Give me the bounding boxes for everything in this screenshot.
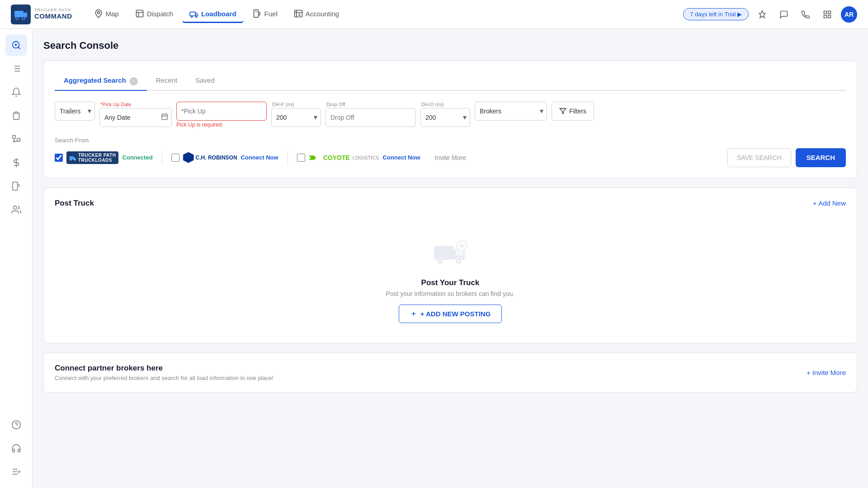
pickup-field-group: Pick Up is required	[176, 102, 267, 128]
svg-marker-47	[309, 155, 316, 160]
broker-truckloads: TRUCKER PATHTRUCKLOADS Connected	[55, 151, 153, 164]
tab-saved[interactable]: Saved	[186, 72, 224, 91]
svg-rect-13	[828, 11, 831, 14]
search-from-label: Search From	[55, 137, 846, 144]
svg-point-4	[97, 12, 99, 14]
post-truck-header: Post Truck + Add New	[55, 199, 846, 208]
filters-button[interactable]: Filters	[552, 102, 594, 121]
chrobinson-status[interactable]: Connect Now	[241, 154, 278, 161]
save-search-button[interactable]: SAVE SEARCH	[727, 148, 791, 167]
clipboard-icon	[11, 111, 21, 121]
svg-point-7	[191, 16, 192, 17]
dhd-select[interactable]: 50100150200250300	[420, 108, 470, 127]
phone-icon-btn[interactable]	[797, 6, 814, 23]
svg-point-45	[70, 159, 71, 160]
svg-rect-27	[12, 136, 15, 138]
sidebar-item-bell[interactable]	[5, 81, 27, 103]
dhp-select[interactable]: 50100150200250300	[271, 108, 321, 127]
info-icon[interactable]: i	[130, 77, 138, 85]
sidebar-item-clipboard[interactable]	[5, 105, 27, 127]
pickup-date-input[interactable]	[99, 108, 172, 127]
dollar-icon	[11, 158, 21, 168]
pickup-input[interactable]	[176, 102, 267, 121]
nav-map[interactable]: Map	[87, 5, 126, 23]
brokers-field-group: BrokersAllConnected Only ▾	[475, 102, 547, 121]
nav-links: Map Dispatch Loadboard Fuel Accounting	[87, 5, 680, 23]
dhp-field-group: DH-P (mi) 50100150200250300 ▾	[271, 102, 321, 127]
svg-rect-6	[190, 12, 196, 16]
grid-icon-btn[interactable]	[819, 6, 835, 23]
sidebar-item-list[interactable]	[5, 58, 27, 80]
truck-empty-icon	[432, 235, 468, 271]
add-new-button[interactable]: + Add New	[813, 199, 846, 207]
connect-brokers-title-area: Connect partner brokers here Connect wit…	[55, 364, 274, 381]
chart-icon	[11, 134, 21, 144]
nav-dispatch[interactable]: Dispatch	[128, 5, 180, 23]
sidebar-item-chart[interactable]	[5, 128, 27, 150]
pin-icon-btn[interactable]	[754, 6, 770, 23]
pickup-error-msg: Pick Up is required	[176, 122, 267, 128]
sidebar-item-dollar[interactable]	[5, 152, 27, 174]
separator-1	[162, 151, 162, 164]
invite-more-btn[interactable]: Invite More	[435, 154, 466, 161]
chat-icon-btn[interactable]	[776, 6, 792, 23]
map-icon	[94, 9, 103, 18]
brokers-select[interactable]: BrokersAllConnected Only	[475, 102, 547, 121]
nav-accounting[interactable]: Accounting	[287, 5, 346, 23]
svg-rect-32	[12, 182, 17, 190]
trial-badge[interactable]: 7 days left in Trial ▶	[683, 8, 749, 20]
nav-fuel[interactable]: Fuel	[245, 5, 285, 23]
truckloads-truck-icon	[69, 154, 76, 161]
nav-loadboard[interactable]: Loadboard	[182, 5, 244, 23]
svg-point-54	[457, 259, 459, 262]
sidebar	[0, 29, 33, 404]
brokers-select-wrap: BrokersAllConnected Only ▾	[475, 102, 547, 121]
add-new-posting-button[interactable]: ＋ + ADD NEW POSTING	[399, 305, 502, 323]
dhd-select-wrap: 50100150200250300 ▾	[420, 108, 470, 127]
trailers-select[interactable]: Trailers Flatbed Reefer Van	[55, 102, 95, 121]
post-truck-empty-subtitle: Post your information so brokers can fin…	[386, 290, 515, 297]
dropoff-input[interactable]	[326, 108, 416, 127]
fuel-sidebar-icon	[11, 181, 21, 191]
svg-point-3	[22, 17, 25, 19]
post-truck-empty-state: Post Your Truck Post your information so…	[55, 217, 846, 332]
truckloads-logo: TRUCKER PATHTRUCKLOADS	[66, 151, 118, 164]
bell-icon	[11, 87, 21, 97]
sidebar-item-search-console[interactable]	[5, 34, 27, 56]
logo[interactable]: TRUCKER PATH COMMAND	[11, 5, 72, 24]
dhd-field-group: DH-D (mi) 50100150200250300 ▾	[420, 102, 470, 127]
svg-rect-44	[70, 156, 74, 159]
svg-rect-30	[17, 138, 19, 141]
svg-rect-0	[14, 11, 24, 17]
search-card: Aggregated Search i Recent Saved Trailer…	[43, 61, 857, 178]
nav-right: 7 days left in Trial ▶ AR	[683, 6, 857, 23]
plus-icon: ＋	[410, 310, 417, 318]
svg-rect-48	[434, 246, 454, 259]
post-truck-card: Post Truck + Add New	[43, 188, 857, 343]
svg-rect-9	[254, 10, 258, 18]
coyote-status[interactable]: Connect Now	[382, 154, 420, 161]
logo-box	[11, 5, 31, 24]
svg-rect-26	[15, 112, 18, 114]
svg-point-8	[195, 16, 197, 17]
filter-icon	[559, 108, 566, 115]
search-button[interactable]: SEARCH	[796, 148, 846, 167]
coyote-checkbox[interactable]	[297, 154, 305, 162]
invite-more-link[interactable]: + Invite More	[807, 369, 846, 376]
svg-point-46	[74, 159, 75, 160]
trailers-field-group: Trailers Flatbed Reefer Van ▾	[55, 102, 95, 121]
chrobinson-checkbox[interactable]	[171, 154, 179, 162]
broker-coyote: COYOTE LOGISTICS Connect Now	[297, 153, 420, 162]
svg-rect-50	[456, 250, 463, 255]
avatar[interactable]: AR	[841, 6, 857, 23]
logo-text: TRUCKER PATH COMMAND	[34, 8, 72, 20]
sidebar-item-fuel[interactable]	[5, 175, 27, 197]
tab-aggregated-search[interactable]: Aggregated Search i	[55, 72, 147, 91]
accounting-icon	[294, 9, 303, 18]
connect-brokers-subtitle: Connect with your preferred brokers and …	[55, 375, 274, 381]
sidebar-item-users[interactable]	[5, 199, 27, 221]
tab-recent[interactable]: Recent	[147, 72, 187, 91]
user-group-icon	[11, 205, 21, 215]
trailers-select-wrap: Trailers Flatbed Reefer Van ▾	[55, 102, 95, 121]
truckloads-checkbox[interactable]	[55, 154, 63, 162]
